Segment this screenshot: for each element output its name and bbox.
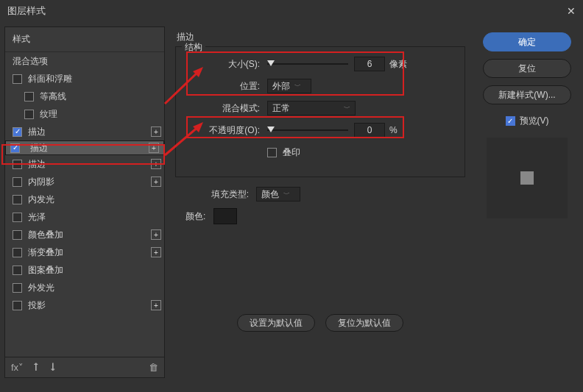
size-slider[interactable] [267,59,348,69]
chevron-down-icon: ﹀ [294,82,301,91]
structure-group: 结构 大小(S): 6 像素 位置: 外部﹀ 混合模式: 正常﹀ 不 [175,46,465,177]
style-label: 等高线 [40,90,66,103]
style-label: 描边 [28,126,46,138]
style-checkbox[interactable] [24,110,34,119]
overprint-checkbox[interactable] [267,148,277,157]
fx-icon[interactable]: fx˅ [11,362,24,373]
style-label: 投影 [28,299,46,312]
chevron-down-icon: ﹀ [283,190,290,199]
chevron-down-icon: ﹀ [344,104,350,113]
ok-button[interactable]: 确定 [483,32,571,51]
styles-sidebar: 样式 混合选项 斜面和浮雕等高线纹理描边+描边+描边+内阴影+内发光光泽颜色叠加… [4,26,165,378]
up-icon[interactable]: 🠕 [31,362,40,373]
sidebar-item-7[interactable]: 内发光 [5,190,164,208]
style-checkbox[interactable] [24,92,34,101]
color-swatch[interactable] [213,208,237,224]
style-label: 描边 [28,158,46,171]
preview-swatch [520,171,534,185]
panel-title: 描边 [175,31,465,43]
size-input[interactable]: 6 [354,57,385,71]
add-icon[interactable]: + [151,247,161,257]
style-checkbox[interactable] [13,301,22,310]
sidebar-item-8[interactable]: 光泽 [5,208,164,226]
style-checkbox[interactable] [13,160,22,169]
sidebar-item-11[interactable]: 图案叠加 [5,261,164,279]
style-checkbox[interactable] [10,143,20,153]
add-icon[interactable]: + [151,159,161,169]
preview-label: 预览(V) [520,115,549,127]
style-checkbox[interactable] [13,127,22,137]
sidebar-item-0[interactable]: 斜面和浮雕 [5,70,164,88]
size-unit: 像素 [389,58,411,71]
sidebar-item-9[interactable]: 颜色叠加+ [5,226,164,243]
style-checkbox[interactable] [13,195,22,204]
sidebar-item-13[interactable]: 投影+ [5,296,164,314]
overprint-label: 叠印 [283,146,300,159]
add-icon[interactable]: + [151,300,161,310]
blend-mode-select[interactable]: 正常﹀ [267,101,356,115]
style-label: 纹理 [40,108,57,121]
sidebar-item-6[interactable]: 内阴影+ [5,173,164,190]
cancel-button[interactable]: 复位 [483,59,571,78]
style-checkbox[interactable] [13,283,22,293]
style-checkbox[interactable] [13,213,22,222]
fill-type-label: 填充类型: [197,188,256,201]
style-label: 斜面和浮雕 [28,73,72,85]
sidebar-item-10[interactable]: 渐变叠加+ [5,243,164,261]
sidebar-item-1[interactable]: 等高线 [5,88,164,105]
opacity-input[interactable]: 0 [354,123,385,138]
style-checkbox[interactable] [13,230,22,240]
sidebar-item-4[interactable]: 描边+ [5,140,164,155]
style-label: 外发光 [28,282,54,294]
sidebar-item-5[interactable]: 描边+ [5,155,164,173]
opacity-unit: % [389,125,411,135]
sidebar-item-12[interactable]: 外发光 [5,279,164,296]
preview-checkbox[interactable] [506,116,515,126]
down-icon[interactable]: 🠗 [48,362,57,373]
blending-options-row[interactable]: 混合选项 [5,52,164,70]
add-icon[interactable]: + [151,177,161,187]
sidebar-header: 样式 [5,27,164,52]
style-label: 描边 [30,142,48,154]
style-label: 图案叠加 [28,264,63,277]
structure-legend: 结构 [182,41,205,54]
reset-default-button[interactable]: 复位为默认值 [325,314,403,332]
size-label: 大小(S): [186,58,267,71]
sidebar-item-2[interactable]: 纹理 [5,105,164,123]
sidebar-item-3[interactable]: 描边+ [5,123,164,140]
opacity-label: 不透明度(O): [186,124,267,137]
add-icon[interactable]: + [149,143,159,153]
position-select[interactable]: 外部﹀ [267,79,311,93]
add-icon[interactable]: + [151,229,161,240]
style-checkbox[interactable] [13,177,22,187]
color-label: 颜色: [175,210,213,223]
trash-icon[interactable]: 🗑 [149,362,158,373]
style-label: 内阴影 [28,176,54,188]
add-icon[interactable]: + [151,126,161,137]
style-label: 颜色叠加 [28,229,63,241]
style-checkbox[interactable] [13,266,22,275]
style-label: 光泽 [28,211,46,224]
preview-box [487,138,568,218]
style-checkbox[interactable] [13,248,22,257]
style-label: 内发光 [28,193,54,206]
new-style-button[interactable]: 新建样式(W)... [483,85,571,104]
close-icon[interactable]: ✕ [567,5,576,17]
style-checkbox[interactable] [13,74,22,84]
set-default-button[interactable]: 设置为默认值 [237,314,315,332]
blend-mode-label: 混合模式: [186,102,267,115]
dialog-title: 图层样式 [7,4,46,18]
style-label: 渐变叠加 [28,246,63,259]
fill-type-select[interactable]: 颜色﹀ [256,187,300,202]
position-label: 位置: [186,80,267,93]
opacity-slider[interactable] [267,125,348,135]
